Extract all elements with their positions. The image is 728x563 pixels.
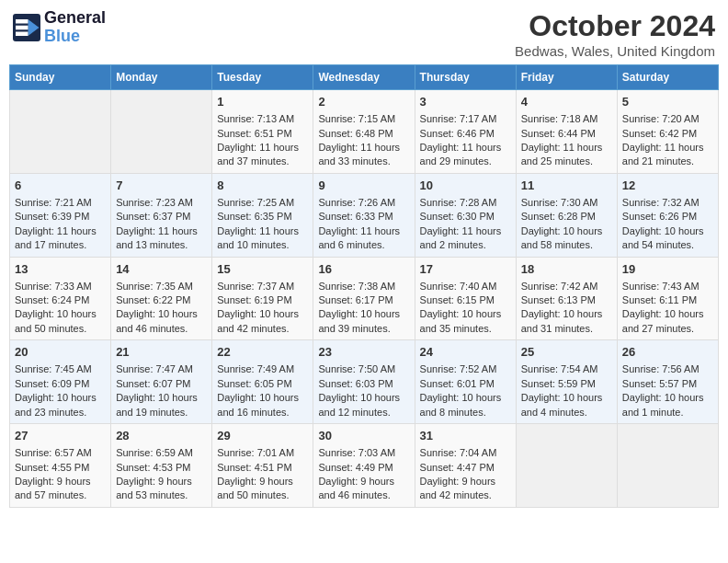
day-number: 10 [420, 178, 511, 194]
sunrise-text: Sunrise: 7:35 AM [116, 280, 207, 293]
day-number: 7 [116, 178, 207, 194]
sunset-text: Sunset: 6:22 PM [116, 293, 207, 307]
day-number: 24 [420, 344, 511, 361]
calendar-cell: 30Sunrise: 7:03 AMSunset: 4:49 PMDayligh… [313, 424, 415, 508]
calendar-cell: 29Sunrise: 7:01 AMSunset: 4:51 PMDayligh… [212, 424, 313, 508]
sunset-text: Sunset: 6:42 PM [622, 127, 713, 141]
page-header: General Blue October 2024 Bedwas, Wales,… [9, 9, 719, 59]
calendar-cell: 19Sunrise: 7:43 AMSunset: 6:11 PMDayligh… [617, 257, 718, 340]
daylight-text: Daylight: 10 hours and 42 minutes. [217, 307, 308, 336]
sunrise-text: Sunrise: 7:04 AM [420, 446, 511, 460]
day-number: 25 [521, 344, 612, 361]
day-number: 19 [622, 261, 713, 278]
daylight-text: Daylight: 10 hours and 35 minutes. [420, 307, 511, 336]
calendar-cell: 26Sunrise: 7:56 AMSunset: 5:57 PMDayligh… [617, 340, 718, 424]
sunrise-text: Sunrise: 7:37 AM [217, 280, 308, 293]
sunrise-text: Sunrise: 7:13 AM [217, 112, 308, 126]
day-number: 3 [420, 94, 511, 110]
sunset-text: Sunset: 6:13 PM [521, 293, 612, 307]
sunrise-text: Sunrise: 7:28 AM [420, 196, 511, 210]
daylight-text: Daylight: 9 hours and 57 minutes. [15, 475, 106, 503]
sunset-text: Sunset: 6:51 PM [217, 127, 308, 141]
daylight-text: Daylight: 10 hours and 19 minutes. [116, 391, 207, 419]
sunrise-text: Sunrise: 7:21 AM [15, 196, 106, 210]
daylight-text: Daylight: 10 hours and 50 minutes. [15, 307, 106, 336]
day-header-monday: Monday [111, 65, 212, 90]
daylight-text: Daylight: 9 hours and 50 minutes. [217, 475, 308, 503]
daylight-text: Daylight: 10 hours and 27 minutes. [622, 307, 713, 336]
logo: General Blue [13, 9, 106, 46]
day-number: 21 [116, 344, 207, 361]
sunset-text: Sunset: 4:55 PM [15, 461, 106, 475]
daylight-text: Daylight: 11 hours and 37 minutes. [217, 141, 308, 169]
sunrise-text: Sunrise: 7:47 AM [116, 362, 207, 376]
sunrise-text: Sunrise: 7:52 AM [420, 362, 511, 376]
calendar-cell: 12Sunrise: 7:32 AMSunset: 6:26 PMDayligh… [617, 173, 718, 257]
day-number: 27 [15, 428, 106, 444]
calendar-cell: 15Sunrise: 7:37 AMSunset: 6:19 PMDayligh… [212, 257, 313, 340]
sunset-text: Sunset: 4:49 PM [318, 461, 409, 475]
sunset-text: Sunset: 6:01 PM [420, 377, 511, 391]
sunset-text: Sunset: 6:03 PM [318, 377, 409, 391]
day-number: 8 [217, 178, 308, 194]
calendar-cell: 20Sunrise: 7:45 AMSunset: 6:09 PMDayligh… [10, 340, 111, 424]
sunset-text: Sunset: 6:15 PM [420, 293, 511, 307]
title-block: October 2024 Bedwas, Wales, United Kingd… [515, 9, 715, 59]
week-row-5: 27Sunrise: 6:57 AMSunset: 4:55 PMDayligh… [10, 424, 719, 508]
sunrise-text: Sunrise: 7:03 AM [318, 446, 409, 460]
week-row-2: 6Sunrise: 7:21 AMSunset: 6:39 PMDaylight… [10, 173, 719, 257]
day-header-sunday: Sunday [10, 65, 111, 90]
month-title: October 2024 [515, 9, 715, 43]
sunrise-text: Sunrise: 6:57 AM [15, 446, 106, 460]
calendar-cell: 4Sunrise: 7:18 AMSunset: 6:44 PMDaylight… [516, 90, 617, 174]
week-row-4: 20Sunrise: 7:45 AMSunset: 6:09 PMDayligh… [10, 340, 719, 424]
sunrise-text: Sunrise: 7:40 AM [420, 280, 511, 293]
daylight-text: Daylight: 10 hours and 54 minutes. [622, 224, 713, 253]
calendar-cell: 6Sunrise: 7:21 AMSunset: 6:39 PMDaylight… [10, 173, 111, 257]
calendar-cell [617, 424, 718, 508]
sunset-text: Sunset: 6:17 PM [318, 293, 409, 307]
calendar-cell [10, 90, 111, 174]
sunrise-text: Sunrise: 7:33 AM [15, 280, 106, 293]
day-number: 18 [521, 261, 612, 278]
sunrise-text: Sunrise: 7:38 AM [318, 280, 409, 293]
day-number: 15 [217, 261, 308, 278]
daylight-text: Daylight: 9 hours and 53 minutes. [116, 475, 207, 503]
sunset-text: Sunset: 6:44 PM [521, 127, 612, 141]
calendar-cell: 1Sunrise: 7:13 AMSunset: 6:51 PMDaylight… [212, 90, 313, 174]
sunset-text: Sunset: 6:19 PM [217, 293, 308, 307]
week-row-1: 1Sunrise: 7:13 AMSunset: 6:51 PMDaylight… [10, 90, 719, 174]
sunrise-text: Sunrise: 7:49 AM [217, 362, 308, 376]
sunrise-text: Sunrise: 7:56 AM [622, 362, 713, 376]
svg-rect-3 [16, 26, 28, 30]
daylight-text: Daylight: 11 hours and 10 minutes. [217, 224, 308, 253]
sunrise-text: Sunrise: 7:18 AM [521, 112, 612, 126]
sunrise-text: Sunrise: 7:42 AM [521, 280, 612, 293]
calendar-cell: 24Sunrise: 7:52 AMSunset: 6:01 PMDayligh… [415, 340, 516, 424]
daylight-text: Daylight: 11 hours and 13 minutes. [116, 224, 207, 253]
daylight-text: Daylight: 11 hours and 21 minutes. [622, 141, 713, 169]
day-number: 23 [318, 344, 409, 361]
day-number: 22 [217, 344, 308, 361]
sunrise-text: Sunrise: 7:43 AM [622, 280, 713, 293]
daylight-text: Daylight: 10 hours and 16 minutes. [217, 391, 308, 419]
daylight-text: Daylight: 10 hours and 8 minutes. [420, 391, 511, 419]
sunset-text: Sunset: 4:47 PM [420, 461, 511, 475]
sunset-text: Sunset: 6:05 PM [217, 377, 308, 391]
sunset-text: Sunset: 5:59 PM [521, 377, 612, 391]
sunrise-text: Sunrise: 7:50 AM [318, 362, 409, 376]
day-number: 4 [521, 94, 612, 110]
sunset-text: Sunset: 6:35 PM [217, 210, 308, 224]
day-number: 12 [622, 178, 713, 194]
day-number: 11 [521, 178, 612, 194]
sunrise-text: Sunrise: 7:45 AM [15, 362, 106, 376]
calendar-cell: 10Sunrise: 7:28 AMSunset: 6:30 PMDayligh… [415, 173, 516, 257]
daylight-text: Daylight: 10 hours and 23 minutes. [15, 391, 106, 419]
day-header-thursday: Thursday [415, 65, 516, 90]
sunset-text: Sunset: 6:33 PM [318, 210, 409, 224]
day-number: 16 [318, 261, 409, 278]
day-number: 13 [15, 261, 106, 278]
sunrise-text: Sunrise: 7:26 AM [318, 196, 409, 210]
day-number: 14 [116, 261, 207, 278]
calendar-cell: 25Sunrise: 7:54 AMSunset: 5:59 PMDayligh… [516, 340, 617, 424]
